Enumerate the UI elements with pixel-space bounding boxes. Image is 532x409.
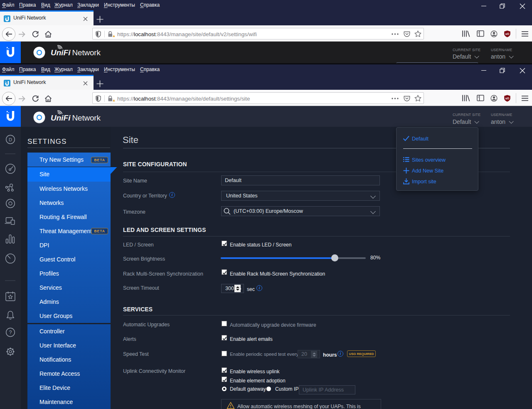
- svg-text:D: D: [9, 137, 12, 142]
- svg-text:uO: uO: [505, 97, 509, 100]
- svg-text:?: ?: [9, 330, 12, 335]
- svg-text:uO: uO: [505, 32, 509, 35]
